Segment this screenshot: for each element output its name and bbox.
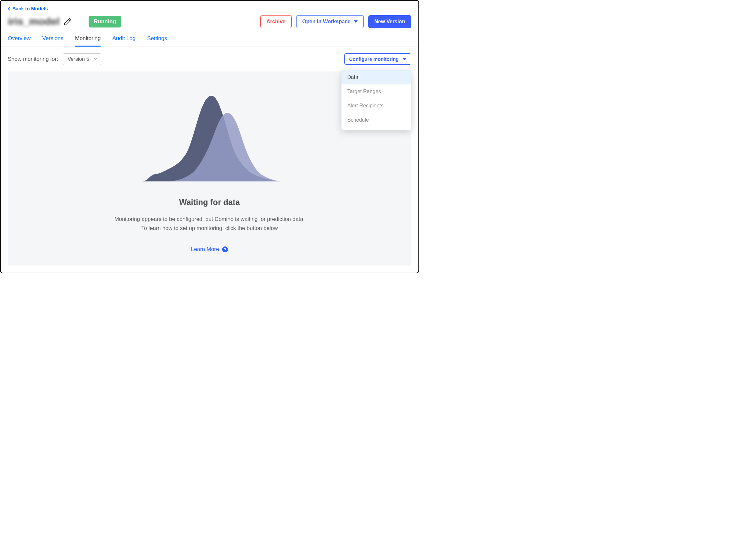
show-monitoring-for: Show monitoring for: Version 5 bbox=[8, 53, 101, 65]
empty-state-title: Waiting for data bbox=[179, 198, 240, 207]
edit-title-button[interactable] bbox=[63, 17, 72, 26]
tab-versions[interactable]: Versions bbox=[42, 35, 63, 46]
pencil-icon bbox=[63, 17, 72, 26]
new-version-button[interactable]: New Version bbox=[368, 15, 411, 28]
caret-down-icon bbox=[354, 20, 358, 23]
empty-state-line1: Monitoring appears to be configured, but… bbox=[115, 216, 305, 222]
configure-monitoring-label: Configure monitoring bbox=[349, 56, 399, 62]
back-link-label: Back to Models bbox=[12, 6, 48, 11]
dropdown-item-alert-recipients[interactable]: Alert Recipients bbox=[341, 98, 411, 113]
configure-monitoring-button[interactable]: Configure monitoring bbox=[344, 53, 411, 65]
chevron-left-icon bbox=[8, 7, 10, 11]
empty-state-text: Monitoring appears to be configured, but… bbox=[115, 215, 305, 234]
learn-more-link[interactable]: Learn More ? bbox=[191, 246, 228, 253]
empty-state-line2: To learn how to set up monitoring, click… bbox=[141, 225, 278, 231]
distribution-illustration-icon bbox=[132, 91, 287, 185]
tabs: Overview Versions Monitoring Audit Log S… bbox=[1, 28, 418, 47]
status-badge: Running bbox=[89, 16, 121, 27]
back-to-models-link[interactable]: Back to Models bbox=[1, 1, 55, 11]
dropdown-item-target-ranges[interactable]: Target Ranges bbox=[341, 84, 411, 98]
model-title: iris_model bbox=[8, 15, 60, 27]
help-icon: ? bbox=[222, 246, 228, 252]
controls-row: Show monitoring for: Version 5 Configure… bbox=[1, 47, 418, 71]
caret-down-icon bbox=[403, 58, 406, 60]
header-actions: Archive Open in Workspace New Version bbox=[260, 15, 411, 28]
configure-monitoring-dropdown: Data Target Ranges Alert Recipients Sche… bbox=[341, 70, 411, 130]
show-for-label: Show monitoring for: bbox=[8, 56, 58, 62]
chevron-down-icon bbox=[94, 56, 98, 62]
page-header: iris_model Running Archive Open in Works… bbox=[1, 12, 418, 28]
open-in-workspace-label: Open in Workspace bbox=[302, 19, 351, 25]
tab-audit-log[interactable]: Audit Log bbox=[112, 35, 135, 46]
tab-overview[interactable]: Overview bbox=[8, 35, 31, 46]
learn-more-label: Learn More bbox=[191, 246, 219, 253]
archive-button[interactable]: Archive bbox=[260, 15, 292, 28]
dropdown-item-data[interactable]: Data bbox=[341, 70, 411, 84]
version-select-value: Version 5 bbox=[68, 56, 89, 62]
tab-monitoring[interactable]: Monitoring bbox=[75, 35, 100, 46]
version-select[interactable]: Version 5 bbox=[63, 53, 101, 65]
dropdown-item-schedule[interactable]: Schedule bbox=[341, 113, 411, 127]
tab-settings[interactable]: Settings bbox=[147, 35, 167, 46]
title-group: iris_model Running bbox=[8, 15, 121, 27]
model-monitoring-page: Back to Models iris_model Running Archiv… bbox=[0, 0, 419, 273]
open-in-workspace-button[interactable]: Open in Workspace bbox=[296, 15, 364, 28]
